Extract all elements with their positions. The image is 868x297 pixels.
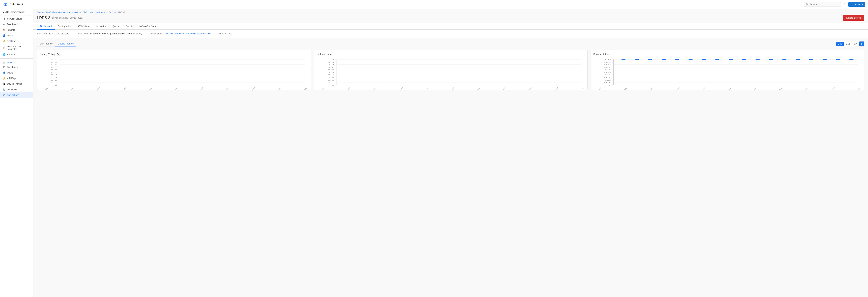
tenant-selector[interactable]: MetSci Demo Account ▾ xyxy=(0,9,33,16)
sensor-dot xyxy=(622,59,626,60)
x-axis-battery: 6PM 8PM 10PM 12AM 2AM 4AM 6AM 8AM 10AM 1… xyxy=(40,88,308,90)
gateways-icon: 📡 xyxy=(3,88,6,91)
region-icon: 🌐 xyxy=(3,53,6,56)
sensor-dot xyxy=(756,59,760,60)
svg-text:0.5: 0.5 xyxy=(328,72,334,73)
sidebar-label-device-profiles: Device Profiles xyxy=(7,83,22,85)
delete-device-button[interactable]: Delete device xyxy=(843,15,864,21)
breadcrumb-tenants[interactable]: Tenants xyxy=(37,11,44,14)
enabled-value: yes xyxy=(228,32,232,35)
tab-device-metrics[interactable]: Device metrics xyxy=(55,41,76,47)
main-content: Tenants / MetSci Demo Account / Applicat… xyxy=(33,9,868,297)
svg-text:0.4: 0.4 xyxy=(51,74,57,76)
svg-text:0.8: 0.8 xyxy=(51,64,57,65)
svg-text:0.4: 0.4 xyxy=(604,74,611,76)
svg-text:0.3: 0.3 xyxy=(51,77,57,78)
tab-queue[interactable]: Queue xyxy=(110,23,123,30)
refresh-button[interactable]: ↻ xyxy=(859,41,864,47)
svg-text:0.1: 0.1 xyxy=(51,82,57,83)
tab-events[interactable]: Events xyxy=(123,23,136,30)
chart-title-sensor-status: Sensor Status xyxy=(593,53,862,55)
sensor-dot xyxy=(769,59,773,60)
tab-lorawan-frames[interactable]: LoRaWAN frames xyxy=(136,23,161,30)
layout: MetSci Demo Account ▾ 🖥 Network Server ⊞… xyxy=(0,9,868,297)
chart-svg-distance: 1.0 0.9 0.8 0.7 0.6 0.5 0.4 0.3 0.2 0.1 … xyxy=(317,57,585,87)
sidebar-label-users-global: Users xyxy=(7,34,13,37)
svg-text:1.0: 1.0 xyxy=(604,59,611,60)
tenant-dashboard-icon: ⊞ xyxy=(3,66,6,69)
sidebar-item-users-global[interactable]: 👤 Users xyxy=(0,33,33,38)
time-btn-1y[interactable]: 1y xyxy=(852,42,859,46)
tab-otaa-keys[interactable]: OTAA keys xyxy=(75,23,93,30)
breadcrumb-metsci[interactable]: MetSci Demo Account xyxy=(46,11,66,14)
sensor-dot xyxy=(836,59,840,60)
admin-user-icon: 👤 xyxy=(850,3,853,6)
sidebar-item-tenant-dashboard[interactable]: ⊞ Dashboard xyxy=(0,64,33,70)
topbar-right: 🔍 ? 👤 admin ▾ xyxy=(804,2,865,7)
tenant-section-label: 🏠 Tenant xyxy=(0,60,33,64)
sidebar-item-device-profiles[interactable]: 📱 Device Profiles xyxy=(0,81,33,87)
sidebar-item-network-server[interactable]: 🖥 Network Server xyxy=(0,16,33,22)
tab-dashboard[interactable]: Dashboard xyxy=(37,23,55,30)
sidebar-item-gateways[interactable]: 📡 Gateways xyxy=(0,87,33,92)
admin-label: admin xyxy=(855,3,861,6)
breadcrumb-devices[interactable]: Devices xyxy=(109,11,116,14)
time-btn-31d[interactable]: 31d xyxy=(844,42,852,46)
tab-activation[interactable]: Activation xyxy=(93,23,110,30)
server-icon: 🖥 xyxy=(3,17,6,20)
sensor-dot xyxy=(689,59,693,60)
svg-text:0.6: 0.6 xyxy=(604,69,611,71)
description-label: Description: xyxy=(77,32,88,35)
search-input[interactable] xyxy=(810,3,839,6)
sidebar-item-dashboard[interactable]: ⊞ Dashboard xyxy=(0,22,33,27)
admin-button[interactable]: 👤 admin ▾ xyxy=(848,2,865,7)
sensor-dot xyxy=(849,59,854,60)
chart-distance: Distance (mm) xyxy=(314,50,588,90)
svg-text:0.9: 0.9 xyxy=(51,61,57,63)
sidebar-item-tenants[interactable]: 🏠 Tenants xyxy=(0,27,33,33)
svg-text:0.6: 0.6 xyxy=(51,69,57,71)
sensor-dot xyxy=(823,59,827,60)
sidebar-item-device-profile-templates[interactable]: 📋 Device Profile Templates xyxy=(0,44,33,52)
svg-text:0.2: 0.2 xyxy=(604,79,611,81)
page-title: LDDS 2 xyxy=(37,16,50,20)
chart-svg-battery: 1.0 0.9 0.8 0.7 0.6 0.5 0.4 0.3 0.2 0.1 … xyxy=(40,57,308,87)
svg-text:0: 0 xyxy=(608,84,611,86)
logo-text: ChirpStack xyxy=(10,3,23,6)
sidebar: MetSci Demo Account ▾ 🖥 Network Server ⊞… xyxy=(0,9,33,297)
sensor-dot xyxy=(635,59,639,60)
sidebar-label-tenants: Tenants xyxy=(7,29,15,31)
breadcrumb-ldds-liquid[interactable]: LDDS - Liquid Level Sensor xyxy=(82,11,107,14)
sidebar-item-tenant-users[interactable]: 👤 Users xyxy=(0,70,33,76)
template-icon: 📋 xyxy=(3,46,6,49)
sidebar-item-tenant-api-keys[interactable]: 🔑 API Keys xyxy=(0,76,33,81)
tab-configuration[interactable]: Configuration xyxy=(55,23,75,30)
sensor-dot xyxy=(648,59,652,60)
device-profile-link[interactable]: LDDS75 LoRaWAN Distance Detection Sensor xyxy=(165,32,211,35)
sidebar-item-applications[interactable]: ⬡ Applications xyxy=(0,92,33,98)
search-icon: 🔍 xyxy=(806,3,809,6)
sensor-dot xyxy=(782,59,786,60)
time-btn-24h[interactable]: 24h xyxy=(836,42,844,46)
info-panel: Last seen: 2024-11-30 15:00:32 Descripti… xyxy=(33,30,868,38)
help-icon[interactable]: ? xyxy=(843,2,846,7)
enabled-row: Enabled: yes xyxy=(219,32,232,35)
device-profiles-icon: 📱 xyxy=(3,82,6,85)
chevron-down-icon: ▾ xyxy=(862,3,863,6)
tenant-home-icon: 🏠 xyxy=(3,61,5,64)
description-value: Installed on the 500 gallon rainwater ci… xyxy=(90,32,142,35)
sidebar-item-api-keys-global[interactable]: 🔑 API Keys xyxy=(0,38,33,44)
svg-text:0.5: 0.5 xyxy=(604,72,611,73)
metrics-tabs-row: Link metrics Device metrics 24h 31d 1y ↻ xyxy=(37,41,864,47)
svg-text:0.2: 0.2 xyxy=(328,79,334,81)
breadcrumb-applications[interactable]: Applications xyxy=(68,11,80,14)
tab-link-metrics[interactable]: Link metrics xyxy=(37,41,55,47)
last-seen-row: Last seen: 2024-11-30 15:00:32 xyxy=(37,32,69,35)
sensor-dot xyxy=(809,59,813,60)
chart-title-distance: Distance (mm) xyxy=(317,53,585,55)
sensor-dot xyxy=(715,59,719,60)
sidebar-item-regions[interactable]: 🌐 Regions xyxy=(0,52,33,57)
enabled-label: Enabled: xyxy=(219,32,227,35)
device-profile-label: Device profile: xyxy=(150,32,164,35)
search-box[interactable]: 🔍 xyxy=(804,2,841,7)
